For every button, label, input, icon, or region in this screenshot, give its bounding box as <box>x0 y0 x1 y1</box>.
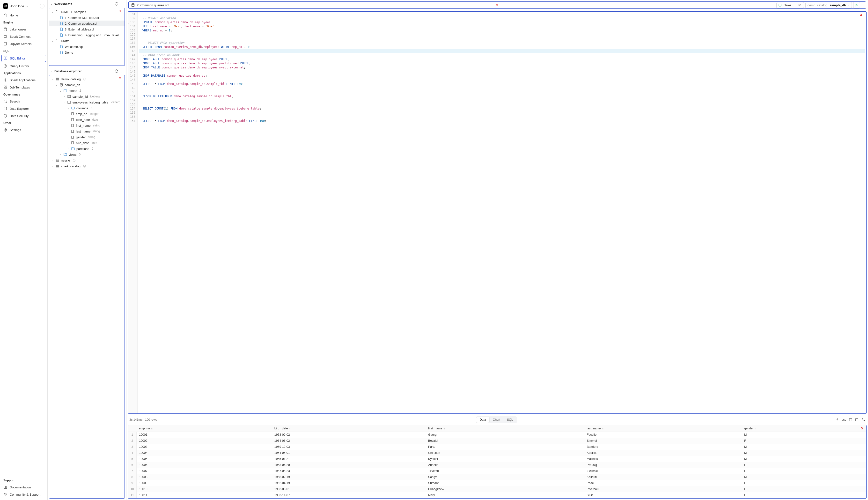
tab-chart[interactable]: Chart <box>489 417 504 423</box>
folder-drafts[interactable]: ⌄ Drafts <box>49 38 125 44</box>
column-header[interactable]: gender⇅ <box>742 425 866 432</box>
cell: M <box>742 456 866 462</box>
column-item[interactable]: last_namestring <box>49 128 125 134</box>
worksheet-file[interactable]: 2. Common queries.sql <box>49 21 125 26</box>
worksheet-file[interactable]: 4. Branching, Tagging and Time-Travel.sq… <box>49 32 125 38</box>
catalog-selector[interactable]: demo_catalog.sample_db ⌄ <box>806 2 852 9</box>
catalog-spark[interactable]: › spark_catalog <box>49 163 125 169</box>
info-icon[interactable] <box>83 77 86 81</box>
svg-point-19 <box>122 70 122 70</box>
sort-icon: ⇅ <box>151 427 153 430</box>
download-icon[interactable] <box>835 418 839 422</box>
table-row[interactable]: 3100031959-12-03PartoBamfordM <box>128 444 866 450</box>
column-item[interactable]: birth_datedate <box>49 117 125 123</box>
cell: Kalloufi <box>584 474 742 480</box>
nav-community[interactable]: Community & Support <box>0 491 47 498</box>
columns-node[interactable]: ⌄ columns 6 <box>49 105 125 111</box>
nav-label: Spark Applications <box>10 78 36 82</box>
nav-job-templates[interactable]: Job Templates <box>0 84 47 91</box>
table-row[interactable]: 10100101963-06-01DuangkaewPiveteauF <box>128 486 866 492</box>
table-row[interactable]: 5100051955-01-21KyoichiMaliniakM <box>128 456 866 462</box>
draft-file[interactable]: Welcome.sql <box>49 44 125 49</box>
catalog-demo[interactable]: ⌄ demo_catalog <box>49 76 125 82</box>
tables-node[interactable]: ⌄ tables 2 <box>49 88 125 93</box>
table-row[interactable]: 11100111953-11-07MarySluisF <box>128 492 866 498</box>
cell: Simmel <box>584 438 742 444</box>
column-header-label: last_name <box>587 427 601 430</box>
code-editor[interactable]: 4 13113213313413513613713813914014114214… <box>128 11 867 414</box>
db-explorer-header[interactable]: ⌄ Database explorer <box>48 67 126 75</box>
toolbar-more-button[interactable] <box>861 2 866 9</box>
column-header[interactable]: emp_no⇅ <box>136 425 272 432</box>
history-icon <box>3 64 7 68</box>
info-icon[interactable] <box>83 164 86 168</box>
cell: Facello <box>584 432 742 438</box>
active-file-tab[interactable]: 2. Common queries.sql <box>129 2 172 9</box>
nav-spark-apps[interactable]: Spark Applications <box>0 76 47 84</box>
catalog-nessie[interactable]: › nessie <box>49 157 125 163</box>
nav-query-history[interactable]: Query History <box>0 62 47 70</box>
table-sample-tbl[interactable]: › sample_tbl iceberg <box>49 93 125 99</box>
compute-selector[interactable]: iolake 1/1 <box>776 2 804 9</box>
partitions-node[interactable]: › partitions 0 <box>49 146 125 151</box>
column-type: date <box>91 141 97 145</box>
column-item[interactable]: genderstring <box>49 134 125 140</box>
column-icon <box>71 112 75 116</box>
column-item[interactable]: first_namestring <box>49 123 125 128</box>
layout-split-icon[interactable] <box>855 418 859 422</box>
nav-spark-connect[interactable]: Spark Connect <box>0 33 47 40</box>
views-node[interactable]: › views 0 <box>49 151 125 157</box>
nav-lakehouses[interactable]: Lakehouses <box>0 26 47 33</box>
results-grid[interactable]: emp_no⇅birth_date⇅first_name⇅last_name⇅g… <box>128 425 866 498</box>
svg-point-21 <box>122 72 122 72</box>
table-row[interactable]: 4100041954-05-01ChirstianKoblickM <box>128 450 866 456</box>
tab-data[interactable]: Data <box>476 417 489 423</box>
nav-data-explorer[interactable]: Data Explorer <box>0 105 47 112</box>
expand-icon[interactable] <box>861 418 865 422</box>
draft-file[interactable]: Demo <box>49 49 125 55</box>
nav-settings[interactable]: Settings <box>0 126 47 134</box>
refresh-icon[interactable] <box>115 69 118 73</box>
table-row[interactable]: 6100061953-04-20AnnekePreusigF <box>128 462 866 468</box>
row-number: 5 <box>128 456 136 462</box>
more-icon[interactable] <box>120 69 124 73</box>
cell: Koblick <box>584 450 742 456</box>
column-header[interactable]: first_name⇅ <box>426 425 584 432</box>
nav-jupyter[interactable]: Jupyter Kernels <box>0 40 47 47</box>
plug-icon <box>3 35 7 38</box>
nav-documentation[interactable]: Documentation <box>0 484 47 491</box>
folder-iomete-samples[interactable]: ⌄ IOMETE Samples <box>49 9 125 15</box>
worksheets-header[interactable]: ⌄ Worksheets <box>48 0 126 8</box>
worksheet-file[interactable]: 3. External tables.sql <box>49 26 125 32</box>
table-row[interactable]: 8100081958-02-19SaniyaKalloufiM <box>128 474 866 480</box>
tab-sql[interactable]: SQL <box>504 417 516 423</box>
chevron-down-icon: ⌄ <box>50 3 53 5</box>
annotation-4: 4 <box>860 13 862 17</box>
nav-home[interactable]: Home <box>0 12 47 19</box>
more-icon[interactable] <box>120 2 124 6</box>
refresh-icon[interactable] <box>115 2 118 6</box>
table-employees-iceberg[interactable]: ⌄ employees_iceberg_table iceberg <box>49 99 125 105</box>
database-sample-db[interactable]: ⌄ sample_db <box>49 82 125 88</box>
table-row[interactable]: 1100011953-09-02GeorgiFacelloM <box>128 432 866 438</box>
table-row[interactable]: 2100021964-06-02BezalelSimmelF <box>128 438 866 444</box>
nav-sql-editor[interactable]: SQL Editor <box>1 55 46 62</box>
column-header[interactable]: last_name⇅ <box>584 425 742 432</box>
svg-point-11 <box>4 100 6 102</box>
table-row[interactable]: 7100071957-05-23TzvetanZielinskiF <box>128 468 866 474</box>
run-button[interactable] <box>853 2 860 9</box>
export-format[interactable]: csv <box>842 418 846 421</box>
column-item[interactable]: hire_datedate <box>49 140 125 146</box>
file-tab-bar: 2. Common queries.sql 3 iolake 1/1 demo_… <box>128 1 866 9</box>
nav-data-security[interactable]: Data Security <box>0 112 47 120</box>
worksheet-file[interactable]: 1. Common DDL ops.sql <box>49 15 125 21</box>
user-menu[interactable]: JD John Doe ⌄ ‹ <box>0 2 47 12</box>
collapse-sidebar-button[interactable]: ‹ <box>39 4 45 9</box>
nav-search[interactable]: Search <box>0 98 47 105</box>
layout-single-icon[interactable] <box>849 418 853 422</box>
column-header[interactable]: birth_date⇅ <box>272 425 426 432</box>
code-area[interactable]: -- UPDATE operation UPDATE common_querie… <box>138 12 866 413</box>
column-item[interactable]: emp_nointeger <box>49 111 125 117</box>
table-row[interactable]: 9100091952-04-19SumantPeacF <box>128 480 866 486</box>
info-icon[interactable] <box>72 158 76 162</box>
